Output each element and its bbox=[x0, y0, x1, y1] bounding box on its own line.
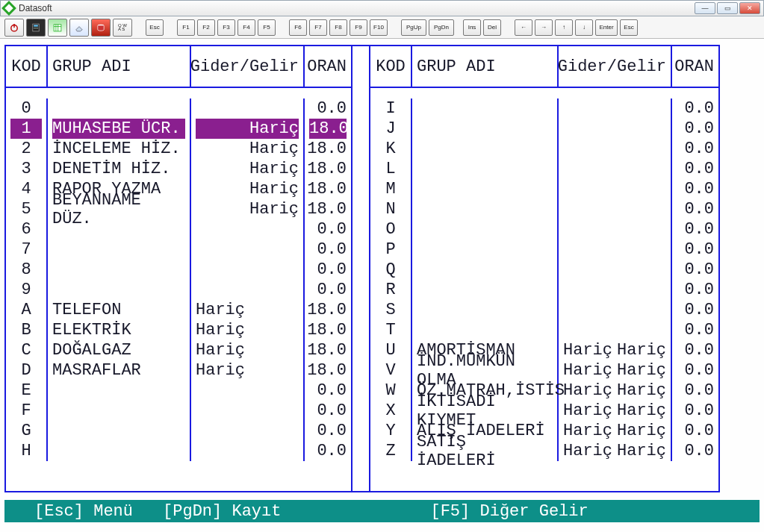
cell-gider-gelir: HariçHariç bbox=[559, 441, 672, 461]
pgup-button[interactable]: PgUp bbox=[401, 19, 426, 36]
cell-gider-gelir: Hariç bbox=[191, 300, 305, 320]
cell-gider-gelir bbox=[191, 98, 305, 119]
cell-oran: 0.0 bbox=[672, 340, 718, 360]
cell-name: MASRAFLAR bbox=[48, 360, 191, 381]
table-row[interactable]: N0.0 bbox=[370, 199, 718, 219]
cell-name: DOĞALGAZ bbox=[48, 340, 191, 360]
table-row[interactable]: F0.0 bbox=[6, 401, 351, 421]
cell-name bbox=[412, 300, 559, 320]
maximize-button[interactable]: ▭ bbox=[717, 2, 738, 14]
eraser-icon[interactable] bbox=[69, 19, 89, 37]
table-row[interactable]: T0.0 bbox=[370, 320, 718, 340]
cell-oran: 0.0 bbox=[672, 401, 718, 421]
col-header-grup: GRUP ADI bbox=[412, 46, 559, 87]
cell-gider-gelir bbox=[191, 441, 305, 461]
f7-button[interactable]: F7 bbox=[309, 19, 327, 36]
cell-gider-gelir bbox=[191, 401, 305, 421]
table-row[interactable]: 00.0 bbox=[6, 98, 351, 119]
cell-gider-gelir: Hariç bbox=[191, 360, 305, 381]
table-row[interactable]: ATELEFONHariç18.0 bbox=[6, 300, 351, 320]
cell-name bbox=[48, 421, 191, 441]
cell-kod: M bbox=[370, 179, 412, 199]
minimize-button[interactable]: — bbox=[695, 2, 715, 14]
cell-oran: 18.0 bbox=[305, 159, 351, 179]
table-row[interactable]: CDOĞALGAZHariç18.0 bbox=[6, 340, 351, 360]
enter-button[interactable]: Enter bbox=[595, 19, 618, 36]
f1-button[interactable]: F1 bbox=[177, 19, 195, 36]
table-row[interactable]: BELEKTRİKHariç18.0 bbox=[6, 320, 351, 340]
del-button[interactable]: Del bbox=[483, 19, 501, 36]
table-row[interactable]: 80.0 bbox=[6, 260, 351, 280]
f10-button[interactable]: F10 bbox=[370, 19, 388, 36]
titlebar: Datasoft — ▭ ✕ bbox=[0, 0, 764, 16]
cell-kod: A bbox=[6, 300, 48, 320]
calculator-icon[interactable] bbox=[26, 19, 46, 37]
cell-kod: C bbox=[6, 340, 48, 360]
f9-button[interactable]: F9 bbox=[350, 19, 367, 36]
cell-kod: 2 bbox=[6, 139, 48, 159]
cell-kod: 3 bbox=[6, 159, 48, 179]
cell-name bbox=[412, 139, 559, 159]
cell-gider-gelir: Hariç bbox=[191, 199, 305, 219]
cell-oran: 0.0 bbox=[672, 159, 718, 179]
cell-gider-gelir: HariçHariç bbox=[559, 340, 672, 360]
pgdn-button[interactable]: PgDn bbox=[429, 19, 454, 36]
keyboard-grid-icon[interactable]: Q WA S bbox=[113, 19, 132, 37]
right-table-header: KOD GRUP ADI Gider/Gelir ORAN bbox=[370, 46, 718, 88]
status-bar: [Esc] Menü [PgDn] Kayıt [F5] Diğer Gelir bbox=[4, 500, 760, 522]
f2-button[interactable]: F2 bbox=[197, 19, 215, 36]
cell-kod: O bbox=[370, 219, 412, 240]
cell-gider-gelir: Hariç bbox=[191, 139, 305, 159]
database-icon[interactable] bbox=[91, 19, 111, 37]
cell-kod: Q bbox=[370, 260, 412, 280]
esc2-button[interactable]: Esc bbox=[620, 19, 638, 36]
power-icon[interactable] bbox=[4, 19, 24, 37]
table-row[interactable]: M0.0 bbox=[370, 179, 718, 199]
table-row[interactable]: R0.0 bbox=[370, 280, 718, 300]
table-row[interactable]: E0.0 bbox=[6, 381, 351, 401]
table-row[interactable]: 3DENETİM HİZ.Hariç18.0 bbox=[6, 159, 351, 179]
f4-button[interactable]: F4 bbox=[237, 19, 255, 36]
cell-name bbox=[412, 260, 559, 280]
table-row[interactable]: G0.0 bbox=[6, 421, 351, 441]
table-row[interactable]: 5BEYANNAME DÜZ.Hariç18.0 bbox=[6, 199, 351, 219]
cell-oran: 0.0 bbox=[672, 98, 718, 119]
table-row[interactable]: I0.0 bbox=[370, 98, 718, 119]
f6-button[interactable]: F6 bbox=[289, 19, 307, 36]
table-row[interactable]: ZSATIŞ İADELERİHariçHariç0.0 bbox=[370, 441, 718, 461]
f5-button[interactable]: F5 bbox=[258, 19, 276, 36]
arrow-down-button[interactable]: ↓ bbox=[575, 19, 593, 36]
ins-button[interactable]: Ins bbox=[463, 19, 481, 36]
esc-button[interactable]: Esc bbox=[146, 19, 164, 36]
table-row[interactable]: H0.0 bbox=[6, 441, 351, 461]
table-row[interactable]: Q0.0 bbox=[370, 260, 718, 280]
table-row[interactable]: K0.0 bbox=[370, 139, 718, 159]
calendar-icon[interactable] bbox=[48, 19, 67, 37]
table-row[interactable]: 90.0 bbox=[6, 280, 351, 300]
table-row[interactable]: O0.0 bbox=[370, 219, 718, 240]
cell-gider-gelir bbox=[559, 219, 672, 240]
table-row[interactable]: 70.0 bbox=[6, 240, 351, 260]
cell-kod: 5 bbox=[6, 199, 48, 219]
table-row[interactable]: 1MUHASEBE ÜCR. Hariç18.0 bbox=[6, 119, 351, 139]
table-row[interactable]: L0.0 bbox=[370, 159, 718, 179]
cell-gider-gelir: Hariç bbox=[191, 320, 305, 340]
right-table: KOD GRUP ADI Gider/Gelir ORAN I0.0J0.0K0… bbox=[369, 45, 720, 492]
f3-button[interactable]: F3 bbox=[217, 19, 235, 36]
table-row[interactable]: DMASRAFLARHariç18.0 bbox=[6, 360, 351, 381]
arrow-left-button[interactable]: ← bbox=[515, 19, 532, 36]
table-row[interactable]: XİKTİSADİ KIYMETHariçHariç0.0 bbox=[370, 401, 718, 421]
table-row[interactable]: J0.0 bbox=[370, 119, 718, 139]
table-row[interactable]: 60.0 bbox=[6, 219, 351, 240]
table-row[interactable]: VİND.MÜMKÜN OLMAHariçHariç0.0 bbox=[370, 360, 718, 381]
table-row[interactable]: 2İNCELEME HİZ.Hariç18.0 bbox=[6, 139, 351, 159]
work-area: KOD GRUP ADI Gider/Gelir ORAN 00.01MUHAS… bbox=[0, 39, 764, 532]
table-row[interactable]: S0.0 bbox=[370, 300, 718, 320]
cell-kod: F bbox=[6, 401, 48, 421]
close-button[interactable]: ✕ bbox=[739, 2, 760, 14]
table-row[interactable]: P0.0 bbox=[370, 240, 718, 260]
arrow-up-button[interactable]: ↑ bbox=[555, 19, 573, 36]
arrow-right-button[interactable]: → bbox=[535, 19, 553, 36]
cell-kod: Z bbox=[370, 441, 412, 461]
f8-button[interactable]: F8 bbox=[329, 19, 347, 36]
